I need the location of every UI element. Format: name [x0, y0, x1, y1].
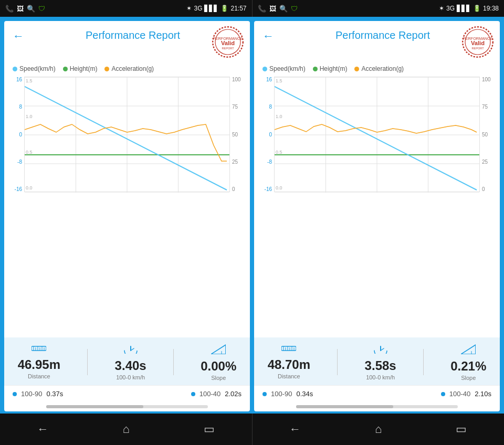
right-slope-value: 0.21% — [450, 359, 486, 374]
bluetooth-icon-left: ✶ — [186, 5, 192, 12]
status-icons-left: 📞 🖼 🔍 🛡 — [5, 5, 45, 13]
speed-dot-left — [13, 67, 17, 71]
time-dot-2-right — [441, 392, 445, 396]
time-dot-2-left — [191, 392, 195, 396]
status-bar-left-panel: 📞 🖼 🔍 🛡 ✶ 3G ▋▋▋ 🔋 21:57 — [0, 0, 252, 17]
image-icon-right: 🖼 — [269, 5, 276, 13]
left-stat-time: 3.40s 100-0 km/h — [115, 343, 146, 380]
status-bar: 📞 🖼 🔍 🛡 ✶ 3G ▋▋▋ 🔋 21:57 📞 🖼 🔍 🛡 ✶ 3G ▋▋… — [0, 0, 504, 17]
signal-bars-left: ▋▋▋ — [204, 5, 218, 12]
left-chart: 1.5 1.0 0.5 0.0 — [24, 77, 230, 192]
left-stat-distance: 46.95m Distance — [18, 344, 60, 379]
bottom-nav-left: ← ⌂ ▭ — [0, 422, 252, 436]
accel-label-left: Acceleration(g) — [111, 65, 154, 72]
right-time-section: 100-90 0.34s 100-40 2.10s — [254, 385, 500, 402]
speedometer-icon-left — [123, 343, 138, 356]
speedometer-icon-right — [373, 343, 388, 356]
slope-icon-left — [211, 343, 226, 357]
time-val-1-right: 0.34s — [296, 390, 313, 398]
right-chart-area: 16 8 0 -8 -16 — [254, 75, 500, 337]
left-stats-section: 46.95m Distance 3.40s 100-0 km/h 0.00% S… — [4, 337, 250, 385]
ruler-icon-right — [281, 344, 296, 355]
time-val-2-left: 2.02s — [225, 390, 242, 398]
left-slope-value: 0.00% — [201, 359, 236, 374]
bluetooth-icon-right: ✶ — [439, 5, 444, 12]
right-slope-label: Slope — [461, 375, 476, 381]
search-icon-right: 🔍 — [279, 5, 288, 13]
svg-text:Valid: Valid — [221, 40, 235, 46]
right-chart: 1.5 1.0 0.5 0.0 — [274, 77, 480, 192]
time-range-2-right: 100-40 — [449, 390, 470, 398]
height-dot-left — [63, 67, 68, 71]
main-area: ← Performance Report PERFORMANCE Valid R… — [0, 17, 504, 414]
time-dot-1-left — [13, 392, 17, 396]
right-distance-value: 48.70m — [268, 357, 310, 372]
phone-icon-right: 📞 — [258, 5, 266, 13]
left-distance-label: Distance — [28, 373, 50, 379]
left-chart-area: 16 8 0 -8 -16 — [4, 75, 250, 337]
phone-icon: 📞 — [5, 5, 14, 13]
signal-right: 3G — [446, 5, 455, 12]
left-y-axis-right: 100 75 50 25 0 — [232, 77, 245, 192]
recent-nav-button-right[interactable]: ▭ — [456, 422, 467, 436]
height-label-right: Height(m) — [320, 65, 348, 72]
left-back-button[interactable]: ← — [13, 29, 24, 43]
speed-label-right: Speed(km/h) — [269, 65, 306, 72]
stat-divider-1-right — [337, 349, 338, 375]
left-panel: ← Performance Report PERFORMANCE Valid R… — [4, 21, 250, 411]
left-distance-value: 46.95m — [18, 357, 60, 372]
left-scroll-hint — [4, 402, 250, 411]
left-valid-stamp: PERFORMANCE Valid REPORT — [211, 25, 245, 59]
legend-height-left: Height(m) — [63, 65, 98, 72]
left-slope-label: Slope — [211, 375, 226, 381]
right-y-axis-left: 16 8 0 -8 -16 — [259, 77, 272, 192]
image-icon: 🖼 — [17, 5, 24, 13]
status-info-left: ✶ 3G ▋▋▋ 🔋 21:57 — [186, 5, 246, 12]
right-stats-section: 48.70m Distance 3.58s 100-0 km/h 0.21% S… — [254, 337, 500, 385]
time-range-1-right: 100-90 — [271, 390, 292, 398]
left-report-title: Performance Report — [24, 29, 242, 41]
legend-accel-right: Acceleration(g) — [354, 65, 404, 72]
right-chart-wrapper: 16 8 0 -8 -16 — [274, 77, 480, 192]
height-label-left: Height(m) — [70, 65, 98, 72]
accel-label-right: Acceleration(g) — [361, 65, 404, 72]
speed-dot-right — [262, 67, 267, 71]
right-app-header: ← Performance Report PERFORMANCE Valid R… — [254, 21, 500, 63]
time-left: 21:57 — [230, 5, 246, 12]
right-distance-label: Distance — [278, 373, 300, 379]
recent-nav-button-left[interactable]: ▭ — [204, 422, 215, 436]
right-y-axis-right: 100 75 50 25 0 — [482, 77, 495, 192]
time-right: 19:38 — [483, 5, 499, 12]
legend-height-right: Height(m) — [313, 65, 348, 72]
left-stat-slope: 0.00% Slope — [201, 343, 236, 381]
right-stat-time: 3.58s 100-0 km/h — [365, 343, 396, 380]
status-icons-right: 📞 🖼 🔍 🛡 — [258, 5, 298, 13]
accel-dot-right — [354, 67, 359, 71]
bottom-nav: ← ⌂ ▭ ← ⌂ ▭ — [0, 414, 504, 445]
left-legend: Speed(km/h) Height(m) Acceleration(g) — [4, 63, 250, 75]
back-nav-button-left[interactable]: ← — [37, 422, 49, 436]
back-nav-button-right[interactable]: ← — [289, 422, 301, 436]
stat-divider-1-left — [87, 349, 88, 375]
right-stat-distance: 48.70m Distance — [268, 344, 310, 379]
right-back-button[interactable]: ← — [262, 29, 274, 43]
search-icon-left: 🔍 — [27, 5, 35, 13]
accel-dot-left — [104, 67, 109, 71]
home-nav-button-left[interactable]: ⌂ — [123, 422, 130, 436]
right-valid-stamp: PERFORMANCE Valid REPORT — [461, 25, 495, 59]
legend-accel-left: Acceleration(g) — [104, 65, 154, 72]
shield-icon-right: 🛡 — [291, 5, 298, 13]
status-bar-right-panel: 📞 🖼 🔍 🛡 ✶ 3G ▋▋▋ 🔋 19:38 — [253, 0, 505, 17]
svg-marker-53 — [461, 345, 476, 354]
bottom-nav-right: ← ⌂ ▭ — [253, 422, 505, 436]
right-legend: Speed(km/h) Height(m) Acceleration(g) — [254, 63, 500, 75]
left-time-value: 3.40s — [115, 358, 146, 373]
stat-divider-2-left — [173, 349, 174, 375]
home-nav-button-right[interactable]: ⌂ — [375, 422, 382, 436]
svg-line-14 — [25, 87, 227, 190]
height-dot-right — [313, 67, 318, 71]
left-y-axis-left: 16 8 0 -8 -16 — [9, 77, 22, 192]
right-report-title: Performance Report — [274, 29, 491, 41]
right-time-value: 3.58s — [365, 358, 396, 373]
time-val-1-left: 0.37s — [46, 390, 63, 398]
